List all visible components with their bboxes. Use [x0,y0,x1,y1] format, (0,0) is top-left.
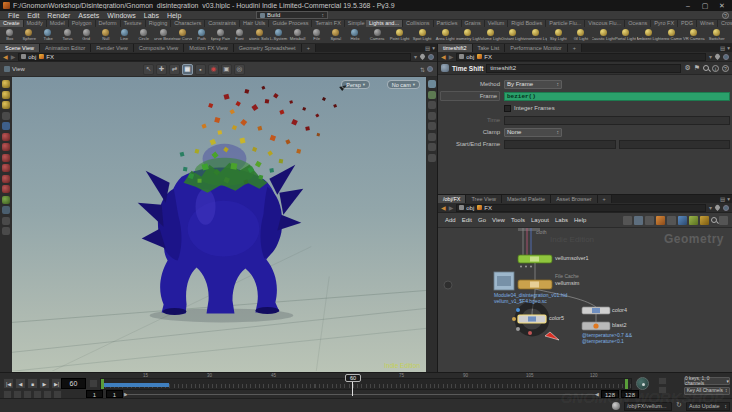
scene-viewport[interactable]: Persp ▾ No cam ▾ Indie Edition [12,77,426,372]
forward-icon[interactable]: ▶ [449,52,454,62]
reference-plane-icon[interactable] [2,206,10,214]
menu-item[interactable]: Edit [23,11,43,20]
shelf-tab[interactable]: Pyro FX [651,20,678,27]
pane-menu-icon[interactable]: ▤ [720,44,725,52]
network-menu-item[interactable]: Add [442,217,459,223]
wrench-icon[interactable] [623,216,632,225]
color-palette-icon[interactable] [656,216,665,225]
pane-tab[interactable]: Tree View [466,195,501,203]
pane-dropdown-icon[interactable]: ▾ [727,195,730,203]
pane-tab[interactable]: Performance Monitor [505,44,567,52]
breadcrumb-obj[interactable]: obj [459,54,474,60]
pane-tab[interactable]: /obj/FX [438,195,466,203]
show-points-icon[interactable] [2,133,10,141]
range-start-handle[interactable] [101,379,104,389]
network-menu-item[interactable]: Edit [459,217,475,223]
breadcrumb-fx[interactable]: FX [39,54,54,60]
grid-view-icon[interactable] [667,216,676,225]
hierarchy-icon[interactable] [634,216,643,225]
snap-tool-button[interactable]: ▦ [182,64,193,75]
sticky-note-icon[interactable] [689,216,698,225]
secure-selection-icon[interactable] [2,122,10,130]
grid-toggle-icon[interactable] [428,112,436,120]
shelf-tab[interactable]: Polygon [69,20,96,27]
range-slider-right-arrow[interactable]: ◀ [595,391,599,397]
shelf-tab[interactable]: Rigid Bodies [508,20,546,27]
shelf-tab[interactable]: Characters [171,20,205,27]
network-search-icon[interactable] [711,217,717,223]
layout-icon[interactable]: ⇅ [420,66,425,73]
show-objects-icon[interactable] [2,154,10,162]
network-menu-item[interactable]: Labs [552,217,571,223]
flipbook-button[interactable]: ▣ [221,64,232,75]
range-end-field[interactable]: 128 [601,390,619,398]
shelf-tab[interactable]: Crowds [718,20,732,27]
render-view-button[interactable]: ◉ [208,64,219,75]
search-icon[interactable] [703,65,709,71]
node-label-color4[interactable]: color4 [612,307,627,313]
snap-point-icon[interactable] [2,185,10,193]
shelf-tab[interactable]: Deform [96,20,121,27]
play-reverse-button[interactable]: ◀ [15,378,26,389]
channel-list-icon[interactable] [658,386,667,394]
wireframe-icon[interactable] [428,133,436,141]
pane-tab[interactable]: Asset Browser [551,195,597,203]
shelf-tool[interactable]: Sky Light [547,27,570,43]
network-box-icon[interactable] [700,216,709,225]
snap-prim-icon[interactable] [2,175,10,183]
realtime-toggle[interactable] [89,379,98,388]
scene-materials-icon[interactable] [428,91,436,99]
normals-icon[interactable] [428,143,436,151]
frame-all-icon[interactable] [719,216,728,225]
range-end-handle[interactable] [625,379,628,389]
pane-tab[interactable]: + [568,44,582,52]
start-frame-field[interactable] [504,140,616,149]
shelf-tab[interactable]: Simple FX [345,20,366,27]
headlight-icon[interactable] [2,91,10,99]
viewport-help-icon[interactable] [427,66,433,72]
show-handles-icon[interactable] [2,143,10,151]
presets-flag-icon[interactable]: ⚑ [694,64,700,72]
shelf-tab[interactable]: PDG [678,20,697,27]
shelf-tool[interactable]: Stereo Camera [660,27,683,43]
back-icon[interactable]: ◀ [441,52,446,62]
scoped-channels-icon[interactable] [658,377,667,385]
shading-mode-icon[interactable] [428,122,436,130]
breadcrumb-fx[interactable]: FX [477,54,492,60]
shelf-tool[interactable]: Grid [77,27,96,43]
shelf-tool[interactable]: L-System [269,27,288,43]
shelf-tab[interactable]: Terrain FX [312,20,344,27]
handles-tool-button[interactable]: ✚ [156,64,167,75]
path-field[interactable]: obj FX [456,53,706,61]
shelf-tool[interactable]: Line [115,27,134,43]
menu-item[interactable]: Render [43,11,74,20]
node-label-vellumsolver[interactable]: vellumsolver1 [555,255,589,261]
shelf-tab[interactable]: Constraints [205,20,240,27]
link-icon[interactable] [723,54,729,60]
path-dropdown-icon[interactable]: ▾ [709,204,712,211]
shelf-tab[interactable]: Lights and... [366,20,403,27]
desktop-selector-build[interactable]: Build ↕ [256,11,328,19]
info-icon[interactable]: i [712,65,719,72]
shelf-tab[interactable]: Collisions [403,20,434,27]
network-menu-item[interactable]: Help [571,217,589,223]
pin-icon[interactable] [714,204,721,211]
shelf-tool[interactable]: Environment Light [524,27,547,43]
forward-icon[interactable]: ▶ [449,203,454,213]
shelf-tool[interactable]: Helix [345,27,364,43]
back-icon[interactable]: ◀ [3,52,8,62]
view-pivot-icon[interactable] [2,217,10,225]
shelf-tool[interactable]: Font [230,27,249,43]
view-layout-icon[interactable] [428,101,436,109]
shelf-tab[interactable]: Viscous Flu... [585,20,625,27]
pane-tab[interactable]: Take List [473,44,506,52]
camera-button[interactable]: ◎ [234,64,245,75]
shelf-tool[interactable]: Ambient Light [637,27,660,43]
path-field[interactable]: obj FX [456,204,706,212]
shelf-tool[interactable]: Area Light [434,27,457,43]
pane-tab[interactable]: Animation Editor [40,44,91,52]
shelf-tab[interactable]: Hair Utils [240,20,269,27]
breadcrumb-obj[interactable]: obj [459,205,474,211]
shelf-tool[interactable]: Metaball [288,27,307,43]
node-name-field[interactable]: timeshift2 [486,64,681,73]
